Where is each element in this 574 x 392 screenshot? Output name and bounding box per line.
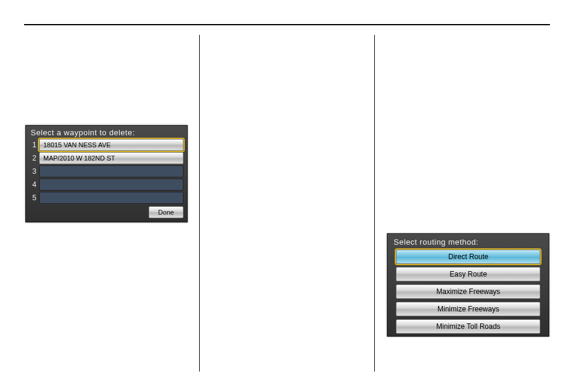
- waypoint-row-1-number: 1: [29, 141, 39, 149]
- done-button[interactable]: Done: [149, 206, 184, 218]
- waypoint-row-3-cell[interactable]: [39, 165, 184, 177]
- waypoint-row-4[interactable]: 4: [29, 179, 184, 191]
- routing-option-easy-route[interactable]: Easy Route: [396, 267, 540, 281]
- page: Select a waypoint to delete: 1 18015 VAN…: [0, 0, 574, 392]
- routing-option-maximize-freeways[interactable]: Maximize Freeways: [396, 284, 540, 299]
- routing-option-direct-route[interactable]: Direct Route: [396, 250, 540, 264]
- routing-option-minimize-toll-roads[interactable]: Minimize Toll Roads: [396, 319, 540, 334]
- waypoint-row-3[interactable]: 3: [29, 165, 184, 177]
- column-2: [199, 35, 375, 372]
- waypoint-row-5-cell[interactable]: [39, 192, 184, 204]
- routing-method-title: Select routing method:: [393, 237, 478, 247]
- column-1: Select a waypoint to delete: 1 18015 VAN…: [24, 35, 199, 372]
- routing-options: Direct Route Easy Route Maximize Freeway…: [396, 250, 540, 337]
- top-rule: [24, 24, 550, 25]
- waypoint-row-5-number: 5: [29, 194, 39, 202]
- waypoint-row-4-number: 4: [29, 180, 39, 189]
- waypoint-delete-title: Select a waypoint to delete:: [31, 128, 135, 137]
- column-3: Select routing method: Direct Route Easy…: [374, 35, 550, 372]
- waypoint-row-2-cell[interactable]: MAP/2010 W 182ND ST: [39, 152, 184, 164]
- waypoint-row-2[interactable]: 2 MAP/2010 W 182ND ST: [29, 152, 184, 164]
- waypoint-list: 1 18015 VAN NESS AVE 2 MAP/2010 W 182ND …: [29, 139, 184, 205]
- waypoint-row-4-cell[interactable]: [39, 179, 184, 191]
- routing-option-minimize-freeways[interactable]: Minimize Freeways: [396, 302, 540, 316]
- columns: Select a waypoint to delete: 1 18015 VAN…: [24, 35, 550, 372]
- waypoint-delete-screenshot: Select a waypoint to delete: 1 18015 VAN…: [25, 125, 188, 222]
- waypoint-row-5[interactable]: 5: [29, 192, 184, 204]
- waypoint-row-3-number: 3: [29, 167, 39, 176]
- waypoint-row-1[interactable]: 1 18015 VAN NESS AVE: [29, 139, 184, 151]
- waypoint-row-2-number: 2: [29, 154, 39, 162]
- waypoint-row-1-cell[interactable]: 18015 VAN NESS AVE: [39, 139, 184, 151]
- routing-method-screenshot: Select routing method: Direct Route Easy…: [387, 233, 549, 337]
